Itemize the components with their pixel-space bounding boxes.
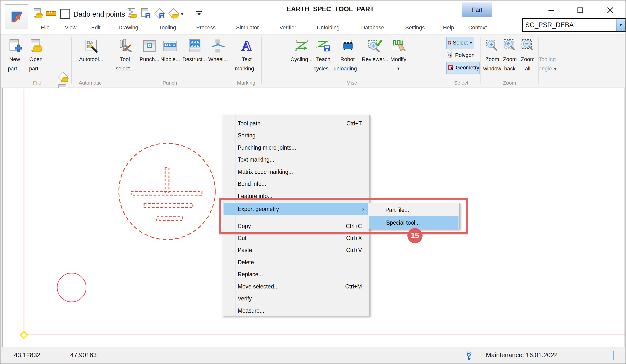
nibble-icon <box>163 38 178 54</box>
robot-unloading-button[interactable]: Robot unloading... <box>332 37 363 73</box>
workspace-combobox-value: SG_PSR_DEBA <box>523 19 616 31</box>
wheel-button[interactable]: Wheel... <box>205 37 232 73</box>
text-marking-button[interactable]: A Text marking... <box>233 37 260 73</box>
qat-open-part-icon[interactable] <box>33 8 44 19</box>
menu-item-move-selected[interactable]: Move selected...Ctrl+M <box>223 281 369 292</box>
modify-icon <box>391 38 406 54</box>
tab-part[interactable]: Part <box>462 2 492 17</box>
title-bar: Dado end points ▾ <box>0 0 626 21</box>
svg-text:2: 2 <box>306 38 309 42</box>
punch-icon <box>142 38 157 54</box>
select-icon <box>447 39 452 47</box>
cycling-icon: 123 <box>294 38 309 54</box>
modify-dropdown-caret-icon[interactable]: ▼ <box>385 64 412 73</box>
minimize-button[interactable] <box>543 4 559 17</box>
qat-open-dxf-icon[interactable] <box>168 8 179 19</box>
cursor-y-coordinate: 47.90163 <box>70 351 97 359</box>
qat-save-dxf-icon[interactable] <box>154 8 165 19</box>
menu-item-delete[interactable]: Delete <box>223 256 369 268</box>
app-menu-button[interactable] <box>5 4 28 29</box>
qat-overflow-icon[interactable] <box>195 8 203 19</box>
qat-measure-icon[interactable] <box>45 8 57 19</box>
wheel-icon <box>211 38 226 54</box>
geometry-button-label: Geometry <box>456 65 479 71</box>
menu-item-verify[interactable]: Verify <box>223 293 369 304</box>
group-label-zoom: Zoom <box>480 79 539 87</box>
cursor-x-coordinate: 43.12832 <box>14 351 40 359</box>
select-dropdown-caret-icon[interactable]: ▼ <box>468 37 474 49</box>
annotation-rectangle <box>219 198 468 234</box>
menu-item-tool-path[interactable]: Tool path...Ctrl+T <box>223 118 369 129</box>
qat-grid-part-icon[interactable] <box>127 8 138 19</box>
earth-symbol <box>119 143 215 240</box>
annotation-step-badge: 15 <box>407 228 423 243</box>
destruct-icon <box>187 38 202 54</box>
menu-edit[interactable]: Edit <box>78 21 114 35</box>
select-button[interactable]: Select ▼ <box>446 37 474 49</box>
modify-button[interactable]: Modify ▼ <box>385 37 412 73</box>
menu-settings[interactable]: Settings <box>397 21 433 35</box>
menu-drawing[interactable]: Drawing <box>110 21 147 35</box>
menu-context[interactable]: Context <box>459 21 496 35</box>
minimize-icon <box>548 7 554 13</box>
close-button[interactable] <box>602 4 618 17</box>
menu-item-matrix-code-marking[interactable]: Matrix code marking... <box>223 166 369 178</box>
dado-end-points-checkbox[interactable] <box>60 9 70 19</box>
geometry-button[interactable]: Geometry <box>446 62 479 74</box>
menu-item-paste[interactable]: PasteCtrl+V <box>223 244 369 256</box>
hole-circle <box>57 273 86 302</box>
menu-item-punching-micro-joints[interactable]: Punching micro-joints... <box>223 142 369 153</box>
window-title: EARTH_SPEC_TOOL_PART <box>257 5 404 13</box>
menu-item-text-marking[interactable]: Text marking... <box>223 154 369 166</box>
group-label-punch: Punch <box>109 79 231 87</box>
combobox-dropdown-icon[interactable]: ▼ <box>616 19 625 31</box>
group-label-automatic: Automatic <box>71 79 109 87</box>
polygon-button-label: Polygon <box>455 52 475 58</box>
group-separator <box>71 37 72 84</box>
maintenance-status: Maintenance: 16.01.2022 <box>486 351 557 359</box>
menu-item-bend-info[interactable]: Bend info... <box>223 178 369 190</box>
nibble-button[interactable]: Nibble... <box>157 37 184 73</box>
app-window: Dado end points ▾ <box>0 0 626 364</box>
svg-text:2: 2 <box>328 38 330 42</box>
menu-unfolding[interactable]: Unfolding <box>310 21 347 35</box>
origin-marker <box>21 331 27 338</box>
autotool-button[interactable]: Autotool... <box>78 37 105 73</box>
robot-unloading-icon <box>340 38 355 54</box>
new-part-icon <box>7 38 22 54</box>
polygon-button[interactable]: Polygon <box>446 50 479 61</box>
qat-save-part-icon[interactable] <box>140 8 151 19</box>
close-icon <box>607 7 614 14</box>
menu-database[interactable]: Database <box>354 21 391 35</box>
license-key-icon <box>463 350 474 361</box>
dado-end-points-label: Dado end points <box>73 9 125 20</box>
menu-tooling[interactable]: Tooling <box>149 21 186 35</box>
tooling-angle-button[interactable]: Tooling angle ▼ <box>535 37 567 73</box>
workspace-combobox[interactable]: SG_PSR_DEBA ▼ <box>522 18 626 32</box>
menu-verifier[interactable]: Verifier <box>270 21 306 35</box>
reviewer-button[interactable]: Reviewer... <box>362 37 389 73</box>
polygon-icon <box>446 52 454 59</box>
qat-dxf-dropdown-caret-icon[interactable]: ▾ <box>181 11 183 17</box>
open-part-icon <box>28 38 43 54</box>
destruct-button[interactable]: Destruct... <box>181 37 208 73</box>
open-part-button[interactable]: Open part... <box>23 37 49 73</box>
select-button-label: Select <box>453 39 468 46</box>
maximize-icon <box>577 7 584 13</box>
menu-simulator[interactable]: Simulator <box>229 21 266 35</box>
teach-cycles-icon: 123 <box>316 38 331 54</box>
menu-item-measure[interactable]: Measure... <box>223 305 369 317</box>
tool-select-button[interactable]: Tool select... <box>112 37 138 73</box>
maximize-button[interactable] <box>572 4 588 17</box>
status-bar: 43.12832 47.90163 Maintenance: 16.01.202… <box>0 348 626 364</box>
group-separator <box>109 37 109 84</box>
reviewer-icon <box>368 38 383 54</box>
tool-select-icon <box>117 38 133 54</box>
group-label-file: File <box>3 79 71 87</box>
zoom-all-icon <box>520 39 535 53</box>
svg-text:3: 3 <box>295 47 297 52</box>
menu-item-replace[interactable]: Replace... <box>223 268 369 280</box>
menu-item-sorting[interactable]: Sorting... <box>223 130 369 141</box>
group-separator <box>261 37 262 84</box>
menu-process[interactable]: Process <box>188 21 224 35</box>
